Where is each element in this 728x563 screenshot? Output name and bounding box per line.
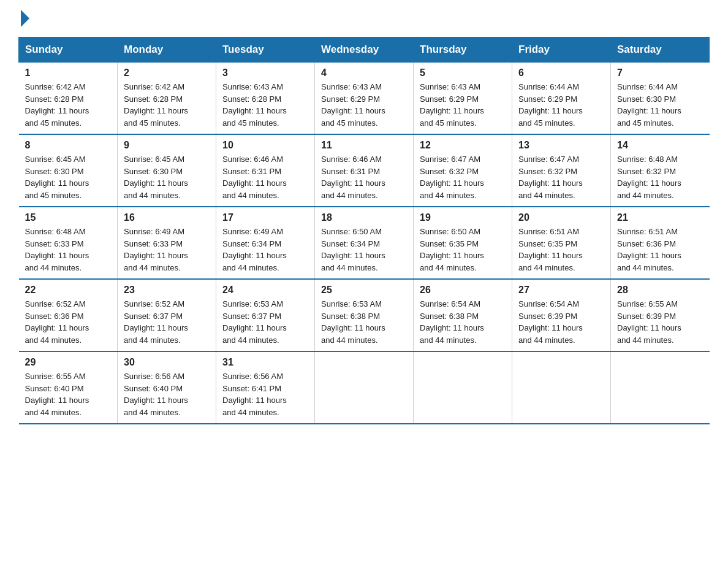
day-cell: 31 Sunrise: 6:56 AMSunset: 6:41 PMDaylig… xyxy=(216,351,315,424)
header-day-sunday: Sunday xyxy=(19,37,118,63)
day-number: 3 xyxy=(222,67,308,79)
day-cell: 19 Sunrise: 6:50 AMSunset: 6:35 PMDaylig… xyxy=(414,207,512,279)
day-cell: 8 Sunrise: 6:45 AMSunset: 6:30 PMDayligh… xyxy=(19,134,118,207)
day-cell: 16 Sunrise: 6:49 AMSunset: 6:33 PMDaylig… xyxy=(118,207,216,279)
day-number: 14 xyxy=(617,140,703,151)
day-number: 6 xyxy=(518,67,604,79)
day-cell: 18 Sunrise: 6:50 AMSunset: 6:34 PMDaylig… xyxy=(315,207,414,279)
day-number: 16 xyxy=(124,212,210,223)
day-number: 4 xyxy=(321,67,407,79)
day-number: 9 xyxy=(124,140,210,151)
day-cell: 24 Sunrise: 6:53 AMSunset: 6:37 PMDaylig… xyxy=(216,279,315,351)
day-number: 20 xyxy=(518,212,604,223)
week-row-2: 8 Sunrise: 6:45 AMSunset: 6:30 PMDayligh… xyxy=(19,134,710,207)
day-info: Sunrise: 6:56 AMSunset: 6:41 PMDaylight:… xyxy=(222,372,287,417)
day-number: 2 xyxy=(124,67,210,79)
day-number: 5 xyxy=(420,67,506,79)
header-day-monday: Monday xyxy=(118,37,216,63)
week-row-1: 1 Sunrise: 6:42 AMSunset: 6:28 PMDayligh… xyxy=(19,63,710,135)
day-info: Sunrise: 6:54 AMSunset: 6:38 PMDaylight:… xyxy=(420,299,484,345)
day-number: 31 xyxy=(222,357,308,368)
day-info: Sunrise: 6:42 AMSunset: 6:28 PMDaylight:… xyxy=(25,82,89,128)
day-cell: 15 Sunrise: 6:48 AMSunset: 6:33 PMDaylig… xyxy=(19,207,118,279)
day-info: Sunrise: 6:49 AMSunset: 6:34 PMDaylight:… xyxy=(222,227,287,272)
day-info: Sunrise: 6:52 AMSunset: 6:37 PMDaylight:… xyxy=(124,299,188,345)
day-number: 25 xyxy=(321,285,407,296)
day-cell: 1 Sunrise: 6:42 AMSunset: 6:28 PMDayligh… xyxy=(19,63,118,135)
day-cell xyxy=(512,351,611,424)
day-number: 21 xyxy=(617,212,703,223)
page-header xyxy=(18,12,710,25)
day-cell: 23 Sunrise: 6:52 AMSunset: 6:37 PMDaylig… xyxy=(118,279,216,351)
week-row-3: 15 Sunrise: 6:48 AMSunset: 6:33 PMDaylig… xyxy=(19,207,710,279)
day-cell: 22 Sunrise: 6:52 AMSunset: 6:36 PMDaylig… xyxy=(19,279,118,351)
header-day-friday: Friday xyxy=(512,37,611,63)
day-cell: 20 Sunrise: 6:51 AMSunset: 6:35 PMDaylig… xyxy=(512,207,611,279)
day-cell: 29 Sunrise: 6:55 AMSunset: 6:40 PMDaylig… xyxy=(19,351,118,424)
day-info: Sunrise: 6:56 AMSunset: 6:40 PMDaylight:… xyxy=(124,372,188,417)
day-number: 13 xyxy=(518,140,604,151)
day-info: Sunrise: 6:43 AMSunset: 6:28 PMDaylight:… xyxy=(222,82,287,128)
day-cell: 2 Sunrise: 6:42 AMSunset: 6:28 PMDayligh… xyxy=(118,63,216,135)
day-info: Sunrise: 6:52 AMSunset: 6:36 PMDaylight:… xyxy=(25,299,89,345)
day-info: Sunrise: 6:50 AMSunset: 6:34 PMDaylight:… xyxy=(321,227,385,272)
day-info: Sunrise: 6:55 AMSunset: 6:40 PMDaylight:… xyxy=(25,372,89,417)
day-cell xyxy=(414,351,512,424)
day-info: Sunrise: 6:46 AMSunset: 6:31 PMDaylight:… xyxy=(321,155,385,200)
day-info: Sunrise: 6:54 AMSunset: 6:39 PMDaylight:… xyxy=(518,299,583,345)
calendar-header-row: SundayMondayTuesdayWednesdayThursdayFrid… xyxy=(19,37,710,63)
day-info: Sunrise: 6:44 AMSunset: 6:29 PMDaylight:… xyxy=(518,82,583,128)
day-cell: 17 Sunrise: 6:49 AMSunset: 6:34 PMDaylig… xyxy=(216,207,315,279)
week-row-4: 22 Sunrise: 6:52 AMSunset: 6:36 PMDaylig… xyxy=(19,279,710,351)
day-cell: 10 Sunrise: 6:46 AMSunset: 6:31 PMDaylig… xyxy=(216,134,315,207)
day-cell: 26 Sunrise: 6:54 AMSunset: 6:38 PMDaylig… xyxy=(414,279,512,351)
day-info: Sunrise: 6:44 AMSunset: 6:30 PMDaylight:… xyxy=(617,82,681,128)
day-cell: 27 Sunrise: 6:54 AMSunset: 6:39 PMDaylig… xyxy=(512,279,611,351)
day-number: 10 xyxy=(222,140,308,151)
day-cell: 25 Sunrise: 6:53 AMSunset: 6:38 PMDaylig… xyxy=(315,279,414,351)
day-cell: 30 Sunrise: 6:56 AMSunset: 6:40 PMDaylig… xyxy=(118,351,216,424)
day-number: 1 xyxy=(25,67,112,79)
day-info: Sunrise: 6:46 AMSunset: 6:31 PMDaylight:… xyxy=(222,155,287,200)
day-number: 19 xyxy=(420,212,506,223)
day-info: Sunrise: 6:45 AMSunset: 6:30 PMDaylight:… xyxy=(25,155,89,200)
day-info: Sunrise: 6:47 AMSunset: 6:32 PMDaylight:… xyxy=(420,155,484,200)
day-info: Sunrise: 6:47 AMSunset: 6:32 PMDaylight:… xyxy=(518,155,583,200)
logo xyxy=(18,12,29,25)
day-cell: 11 Sunrise: 6:46 AMSunset: 6:31 PMDaylig… xyxy=(315,134,414,207)
header-day-thursday: Thursday xyxy=(414,37,512,63)
day-number: 26 xyxy=(420,285,506,296)
header-day-saturday: Saturday xyxy=(611,37,710,63)
day-info: Sunrise: 6:51 AMSunset: 6:35 PMDaylight:… xyxy=(518,227,583,272)
day-cell: 3 Sunrise: 6:43 AMSunset: 6:28 PMDayligh… xyxy=(216,63,315,135)
day-info: Sunrise: 6:50 AMSunset: 6:35 PMDaylight:… xyxy=(420,227,484,272)
day-number: 7 xyxy=(617,67,703,79)
day-number: 28 xyxy=(617,285,703,296)
day-info: Sunrise: 6:55 AMSunset: 6:39 PMDaylight:… xyxy=(617,299,681,345)
day-info: Sunrise: 6:49 AMSunset: 6:33 PMDaylight:… xyxy=(124,227,188,272)
day-cell xyxy=(315,351,414,424)
day-info: Sunrise: 6:51 AMSunset: 6:36 PMDaylight:… xyxy=(617,227,681,272)
day-cell: 4 Sunrise: 6:43 AMSunset: 6:29 PMDayligh… xyxy=(315,63,414,135)
day-cell: 28 Sunrise: 6:55 AMSunset: 6:39 PMDaylig… xyxy=(611,279,710,351)
day-number: 17 xyxy=(222,212,308,223)
day-cell: 12 Sunrise: 6:47 AMSunset: 6:32 PMDaylig… xyxy=(414,134,512,207)
day-number: 29 xyxy=(25,357,112,368)
day-cell: 21 Sunrise: 6:51 AMSunset: 6:36 PMDaylig… xyxy=(611,207,710,279)
day-cell: 14 Sunrise: 6:48 AMSunset: 6:32 PMDaylig… xyxy=(611,134,710,207)
day-cell: 9 Sunrise: 6:45 AMSunset: 6:30 PMDayligh… xyxy=(118,134,216,207)
day-number: 18 xyxy=(321,212,407,223)
day-cell: 7 Sunrise: 6:44 AMSunset: 6:30 PMDayligh… xyxy=(611,63,710,135)
day-info: Sunrise: 6:48 AMSunset: 6:33 PMDaylight:… xyxy=(25,227,89,272)
day-info: Sunrise: 6:43 AMSunset: 6:29 PMDaylight:… xyxy=(321,82,385,128)
day-cell: 13 Sunrise: 6:47 AMSunset: 6:32 PMDaylig… xyxy=(512,134,611,207)
day-number: 8 xyxy=(25,140,112,151)
week-row-5: 29 Sunrise: 6:55 AMSunset: 6:40 PMDaylig… xyxy=(19,351,710,424)
day-info: Sunrise: 6:42 AMSunset: 6:28 PMDaylight:… xyxy=(124,82,188,128)
day-number: 15 xyxy=(25,212,112,223)
day-info: Sunrise: 6:43 AMSunset: 6:29 PMDaylight:… xyxy=(420,82,484,128)
day-info: Sunrise: 6:45 AMSunset: 6:30 PMDaylight:… xyxy=(124,155,188,200)
day-number: 22 xyxy=(25,285,112,296)
day-cell: 6 Sunrise: 6:44 AMSunset: 6:29 PMDayligh… xyxy=(512,63,611,135)
day-number: 30 xyxy=(124,357,210,368)
